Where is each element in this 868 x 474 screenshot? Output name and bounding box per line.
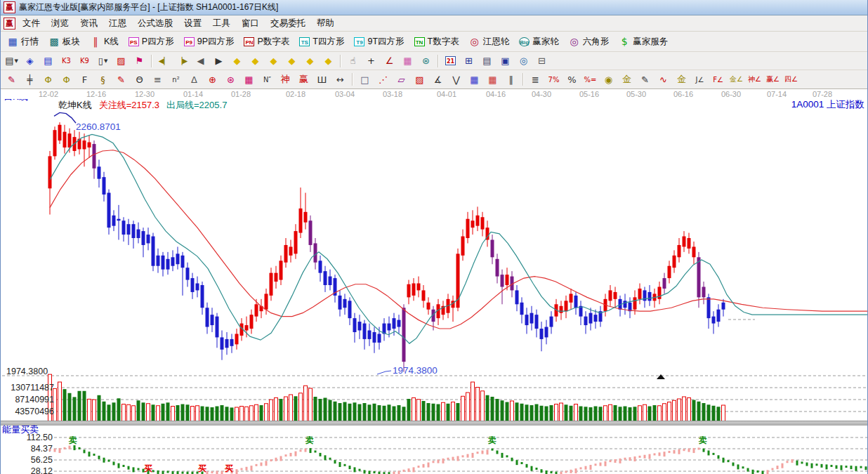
p-square-button[interactable]: PSP四方形 <box>124 34 178 50</box>
cycle-circle-tool[interactable]: Θ <box>131 72 148 88</box>
p9-square-button[interactable]: P99P四方形 <box>180 34 239 50</box>
printer-icon[interactable]: ⊟ <box>533 53 551 69</box>
report-icon[interactable]: ▤ <box>478 53 496 69</box>
angle-measure-icon[interactable]: ∠ <box>381 53 398 69</box>
menu-item-公式选股[interactable]: 公式选股 <box>132 16 178 31</box>
candle-style-dropdown[interactable]: ▯▼ <box>94 53 112 69</box>
percent7-tool[interactable]: 7% <box>545 72 563 88</box>
go-first-button-icon: ◀▏ <box>159 57 169 65</box>
angle-four-tool[interactable]: 四∠ <box>782 72 800 88</box>
gold-circle-tool[interactable]: ◉ <box>600 72 617 88</box>
menu-bar: 赢 文件浏览资讯江恩公式选股设置工具窗口交易委托帮助 <box>1 15 867 32</box>
target-crosshair-tool[interactable]: ⊕ <box>204 72 221 88</box>
next-button[interactable]: ▶ <box>210 53 228 69</box>
ying-tool[interactable]: 赢 <box>295 72 313 88</box>
box-tool[interactable]: □ <box>356 72 374 88</box>
diamond-compress-h-icon[interactable]: ◆ <box>283 53 301 69</box>
t9-square-button[interactable]: T99T四方形 <box>350 34 408 50</box>
notebook-icon[interactable]: ▤ <box>39 53 57 69</box>
menu-item-帮助[interactable]: 帮助 <box>311 16 340 31</box>
winner-wheel-button[interactable]: Big赢家轮 <box>515 34 563 50</box>
save-icon-icon: ▣ <box>501 55 509 66</box>
kline-period-dropdown[interactable]: ▤▼ <box>3 53 20 69</box>
rose-grid-icon[interactable]: ▦ <box>399 53 416 69</box>
spiral-tool[interactable]: § <box>94 72 112 88</box>
gold-lines-tool[interactable]: 金 <box>618 72 636 88</box>
golden-section-tool[interactable]: Φ <box>39 72 57 88</box>
n-squared-tool[interactable]: n² <box>167 72 185 88</box>
grid-blue-tool[interactable]: ▦ <box>466 72 483 88</box>
wave-tool[interactable]: ∿ <box>655 72 672 88</box>
menu-item-工具[interactable]: 工具 <box>207 16 236 31</box>
knot-icon[interactable]: ⊛ <box>417 53 435 69</box>
fan-box-purple-tool[interactable]: ▱ <box>393 72 410 88</box>
diamond-expand-all-icon[interactable]: ◆ <box>320 53 337 69</box>
angle-gold-tool[interactable]: 金∠ <box>728 72 745 88</box>
pane-splitter[interactable] <box>1 421 867 426</box>
gann-wheel-button[interactable]: ◎江恩轮 <box>465 34 514 50</box>
sectors-button[interactable]: ▩板块 <box>44 34 84 50</box>
fan-box-red-tool[interactable]: ▨ <box>411 72 428 88</box>
gold-tool[interactable]: 金 <box>673 72 690 88</box>
k9-chart-icon[interactable]: K9 <box>76 53 93 69</box>
save-icon[interactable]: ▣ <box>497 53 514 69</box>
calculator-icon[interactable]: ⊞ <box>460 53 478 69</box>
comb-tool[interactable]: Ш <box>313 72 331 88</box>
crosshair-tool-icon[interactable]: + <box>362 53 380 69</box>
menu-item-窗口[interactable]: 窗口 <box>236 16 265 31</box>
fan-lines-tool[interactable]: ⋰ <box>374 72 392 88</box>
diamond-expand-h-icon[interactable]: ◆ <box>265 53 282 69</box>
diamond-compress-v-icon[interactable]: ◆ <box>301 53 319 69</box>
menu-item-设置[interactable]: 设置 <box>178 16 207 31</box>
menu-item-交易委托[interactable]: 交易委托 <box>265 16 311 31</box>
angle-ying-tool[interactable]: 赢∠ <box>764 72 782 88</box>
ruler-lines-tool[interactable]: ≡ <box>149 72 166 88</box>
prev-button[interactable]: ◀ <box>192 53 209 69</box>
price-scale-tool[interactable]: ≣ <box>527 72 544 88</box>
fibonacci-tool[interactable]: F <box>76 72 93 88</box>
p-number-table-button[interactable]: PNP数字表 <box>239 34 294 50</box>
pen-candle-tool[interactable]: ✎ <box>636 72 654 88</box>
percent-lines-tool[interactable]: %= <box>581 72 599 88</box>
grid-red-tool[interactable]: ▦ <box>484 72 501 88</box>
angles-tool[interactable]: ∡ <box>429 72 447 88</box>
lightning-tool[interactable]: N″ <box>258 72 276 88</box>
web-update-icon[interactable]: ◎ <box>515 53 532 69</box>
go-last-button[interactable]: ▕▶ <box>173 53 191 69</box>
angle-j-tool[interactable]: J∠ <box>691 72 709 88</box>
t-square-button[interactable]: TST四方形 <box>295 34 348 50</box>
quote-table-button[interactable]: ▦行情 <box>3 34 43 50</box>
diamond-left-icon[interactable]: ◆ <box>228 53 246 69</box>
angle-f-tool[interactable]: F∠ <box>709 72 727 88</box>
parallel-lines-tool[interactable]: ∥ <box>502 72 520 88</box>
v-lines-tool[interactable]: ⋁ <box>447 72 465 88</box>
gann-grid-tool[interactable]: ╪ <box>21 72 39 88</box>
hand-tool-icon[interactable]: ☝ <box>344 53 362 69</box>
winner-service-button[interactable]: $赢家服务 <box>614 34 672 50</box>
golden-box-tool[interactable]: Φ <box>58 72 75 88</box>
menu-item-资讯[interactable]: 资讯 <box>74 16 103 31</box>
menu-item-文件[interactable]: 文件 <box>17 16 46 31</box>
flag-chart-icon[interactable]: ⚑ <box>131 53 148 69</box>
hexagon-button[interactable]: ◎六角形 <box>565 34 614 50</box>
pencil-tool[interactable]: ✎ <box>3 72 20 88</box>
go-first-button[interactable]: ◀▏ <box>155 53 173 69</box>
diamond-right-icon[interactable]: ◆ <box>246 53 264 69</box>
k3-chart-icon[interactable]: K3 <box>58 53 75 69</box>
title-bar[interactable]: 赢 赢家江恩专业版[赢家内部服务平台] - [上证指数 SH1A0001-167… <box>1 0 867 15</box>
t-number-table-button[interactable]: TNT数字表 <box>410 34 463 50</box>
grid-target-tool[interactable]: ▦ <box>240 72 258 88</box>
gann-box-icon[interactable]: ◈ <box>21 53 39 69</box>
calendar-21-icon[interactable]: 21 <box>442 53 459 69</box>
angle-a-tool[interactable]: Δ <box>185 72 203 88</box>
angle-shen-tool[interactable]: 神∠ <box>746 72 763 88</box>
menu-item-浏览[interactable]: 浏览 <box>46 16 74 31</box>
percent-tool[interactable]: % <box>563 72 581 88</box>
width-arrows-tool[interactable]: ↔ <box>331 72 349 88</box>
spider-web-tool[interactable]: ⊛ <box>222 72 239 88</box>
brush-tool[interactable]: ✎ <box>112 72 130 88</box>
shen-tool[interactable]: 神 <box>277 72 294 88</box>
kline-button[interactable]: ‖K线 <box>86 34 123 50</box>
menu-item-江恩[interactable]: 江恩 <box>103 16 132 31</box>
zigzag-box-icon[interactable]: ▨ <box>112 53 130 69</box>
